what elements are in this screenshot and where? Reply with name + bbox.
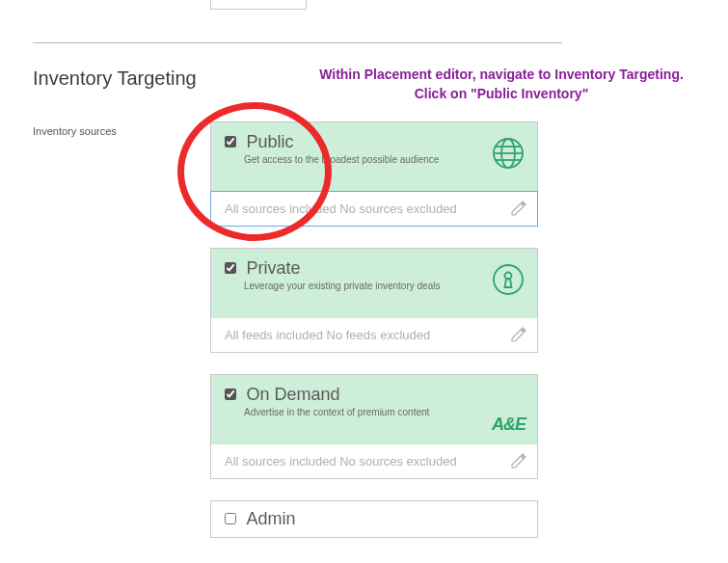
inventory-card-private: Private Leverage your existing private i…	[210, 248, 538, 353]
edit-icon[interactable]	[510, 200, 527, 217]
card-header-public[interactable]: Public Get access to the broadest possib…	[211, 122, 537, 192]
ondemand-title: On Demand	[246, 385, 339, 405]
ae-network-icon: A&E	[492, 415, 526, 435]
inventory-card-public: Public Get access to the broadest possib…	[210, 121, 538, 227]
keyhole-icon	[491, 262, 526, 301]
public-footer[interactable]: All sources included No sources excluded	[210, 191, 538, 227]
edit-icon[interactable]	[510, 452, 527, 469]
section-divider	[33, 42, 562, 43]
globe-icon	[491, 136, 526, 174]
public-subtitle: Get access to the broadest possible audi…	[244, 154, 524, 165]
annotation-line-2: Click on "Public Inventory"	[415, 86, 589, 101]
ondemand-subtitle: Advertise in the context of premium cont…	[244, 407, 524, 417]
card-header-ondemand[interactable]: On Demand Advertise in the context of pr…	[211, 375, 537, 444]
card-header-private[interactable]: Private Leverage your existing private i…	[211, 249, 537, 318]
inventory-card-ondemand: On Demand Advertise in the context of pr…	[210, 374, 538, 479]
public-footer-text: All sources included No sources excluded	[225, 201, 457, 216]
section-title: Inventory Targeting	[33, 67, 197, 90]
card-header-admin[interactable]: Admin	[211, 501, 537, 537]
inventory-cards-list: Public Get access to the broadest possib…	[210, 121, 538, 559]
private-footer[interactable]: All feeds included No feeds excluded	[211, 318, 537, 352]
private-checkbox[interactable]	[225, 262, 236, 274]
previous-card-fragment	[210, 0, 307, 10]
edit-icon[interactable]	[510, 326, 527, 343]
instruction-annotation: Within Placement editor, navigate to Inv…	[289, 66, 714, 103]
admin-checkbox[interactable]	[225, 513, 236, 524]
annotation-line-1: Within Placement editor, navigate to Inv…	[319, 67, 684, 82]
ondemand-footer[interactable]: All sources included No sources excluded	[211, 444, 537, 478]
public-title: Public	[246, 132, 293, 152]
private-subtitle: Leverage your existing private inventory…	[244, 281, 524, 291]
private-title: Private	[246, 258, 300, 279]
private-footer-text: All feeds included No feeds excluded	[225, 328, 430, 342]
ondemand-checkbox[interactable]	[225, 389, 236, 400]
ondemand-footer-text: All sources included No sources excluded	[225, 454, 457, 469]
admin-title: Admin	[246, 509, 295, 529]
inventory-sources-label: Inventory sources	[33, 125, 117, 137]
public-checkbox[interactable]	[225, 136, 236, 147]
inventory-card-admin: Admin	[210, 500, 538, 538]
